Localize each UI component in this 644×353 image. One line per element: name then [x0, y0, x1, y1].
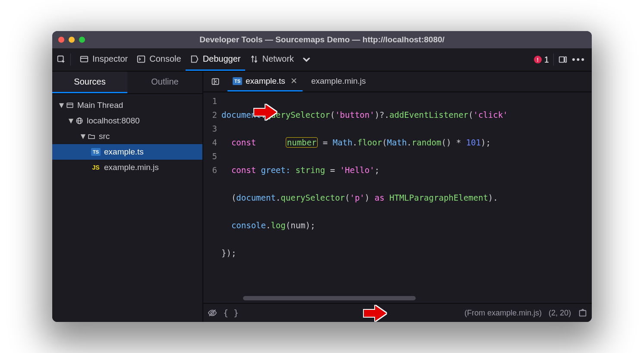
file-tab-example-min-js[interactable]: example.min.js: [306, 72, 371, 91]
svg-rect-4: [559, 57, 564, 63]
code-editor[interactable]: 1 2 3 4 5 6 document.querySelector('butt…: [203, 92, 592, 303]
sidebar-tab-outline[interactable]: Outline: [127, 72, 202, 93]
js-file-icon: JS: [91, 164, 101, 171]
sidebar-tabs: Sources Outline: [52, 72, 202, 94]
network-icon: [249, 54, 259, 64]
line-gutter: 1 2 3 4 5 6: [203, 92, 221, 303]
dock-icon[interactable]: [558, 55, 568, 64]
debugger-icon: [190, 54, 199, 64]
tree-folder-src[interactable]: ▼ src: [52, 129, 202, 144]
svg-rect-6: [67, 103, 73, 108]
caret-down-icon: ▼: [57, 101, 63, 110]
tab-network-label: Network: [262, 54, 294, 64]
console-icon: [136, 54, 146, 64]
caret-down-icon: ▼: [79, 132, 84, 141]
tab-inspector[interactable]: Inspector: [75, 48, 132, 71]
ts-file-icon: TS: [233, 77, 242, 85]
file-tab-example-ts[interactable]: TS example.ts ✕: [227, 72, 303, 91]
svg-rect-3: [138, 56, 145, 62]
tree-file-example-min-js[interactable]: JS example.min.js: [52, 160, 202, 175]
sidebar-tab-sources[interactable]: Sources: [52, 72, 127, 93]
editor-area: TS example.ts ✕ example.min.js 1 2 3 4 5…: [203, 72, 592, 322]
source-tree: ▼ Main Thread ▼ localhost:8080 ▼ src TS …: [52, 94, 202, 322]
error-icon: !: [534, 56, 542, 63]
sources-sidebar: Sources Outline ▼ Main Thread ▼ localhos…: [52, 72, 203, 322]
close-window-button[interactable]: [58, 37, 64, 43]
editor-footer: { } (From example.min.js) (2, 20): [203, 303, 592, 322]
kebab-menu-icon[interactable]: •••: [572, 54, 587, 65]
horizontal-scrollbar[interactable]: [243, 296, 416, 300]
window-title: Developer Tools — Sourcemaps Demo — http…: [52, 35, 592, 44]
annotation-arrow-icon: [253, 103, 278, 126]
ts-file-icon: TS: [91, 148, 101, 156]
devtools-toolbar: Inspector Console Debugger Network ! 1 •…: [52, 48, 592, 72]
tab-inspector-label: Inspector: [92, 54, 128, 64]
toggle-sidebar-icon[interactable]: [207, 75, 224, 88]
tab-network[interactable]: Network: [245, 48, 298, 71]
close-tab-icon[interactable]: ✕: [290, 76, 297, 86]
pick-element-icon[interactable]: [57, 55, 66, 64]
titlebar: Developer Tools — Sourcemaps Demo — http…: [52, 31, 592, 48]
tree-host[interactable]: ▼ localhost:8080: [52, 113, 202, 129]
more-tabs-icon[interactable]: [302, 55, 311, 64]
blackbox-icon[interactable]: [208, 308, 217, 318]
pretty-print-icon[interactable]: { }: [223, 308, 239, 318]
inspector-icon: [79, 54, 89, 64]
globe-icon: [76, 117, 83, 125]
caret-down-icon: ▼: [67, 116, 72, 126]
map-scopes-icon[interactable]: [578, 308, 587, 318]
window-controls: [58, 37, 85, 43]
cursor-position: (2, 20): [549, 309, 571, 318]
folder-icon: [88, 132, 95, 140]
svg-rect-5: [565, 57, 566, 63]
sourcemap-origin: (From example.min.js): [464, 309, 542, 318]
error-badge[interactable]: ! 1: [534, 55, 549, 65]
svg-rect-15: [580, 311, 586, 316]
tree-main-thread[interactable]: ▼ Main Thread: [52, 98, 202, 113]
tab-debugger-label: Debugger: [203, 54, 241, 64]
type-highlight-number: number: [286, 137, 318, 148]
file-tabs: TS example.ts ✕ example.min.js: [203, 72, 592, 92]
error-count: 1: [544, 55, 549, 65]
devtools-window: Developer Tools — Sourcemaps Demo — http…: [52, 31, 592, 322]
tab-console-label: Console: [149, 54, 181, 64]
svg-rect-1: [81, 56, 88, 62]
tab-debugger[interactable]: Debugger: [186, 48, 245, 71]
window-icon: [66, 101, 74, 109]
annotation-arrow-icon: [363, 304, 387, 322]
debugger-body: Sources Outline ▼ Main Thread ▼ localhos…: [52, 72, 592, 322]
tree-file-example-ts[interactable]: TS example.ts: [52, 144, 202, 160]
tab-console[interactable]: Console: [132, 48, 185, 71]
minimize-window-button[interactable]: [69, 37, 75, 43]
zoom-window-button[interactable]: [79, 37, 85, 43]
